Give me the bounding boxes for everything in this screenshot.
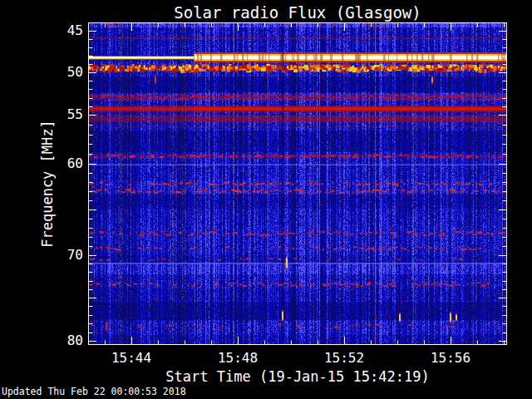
y-tick-label: 45 xyxy=(50,22,83,38)
y-tick-label: 55 xyxy=(50,106,83,122)
y-tick-label: 50 xyxy=(50,64,83,80)
x-tick-label: 15:52 xyxy=(318,350,371,366)
x-tick-label: 15:44 xyxy=(105,350,158,366)
y-tick-label: 70 xyxy=(50,247,83,263)
y-axis-label: Frequency [MHz] xyxy=(39,120,56,248)
x-tick-label: 15:48 xyxy=(211,350,264,366)
y-tick-label: 60 xyxy=(50,155,83,171)
x-tick-label: 15:56 xyxy=(424,350,477,366)
y-tick-label: 80 xyxy=(50,332,83,348)
solar-radio-flux-window: Solar radio Flux (Glasgow) Frequency [MH… xyxy=(0,0,532,399)
chart-title: Solar radio Flux (Glasgow) xyxy=(88,3,507,22)
x-axis-label: Start Time (19-Jan-15 15:42:19) xyxy=(88,368,507,385)
spectrogram-canvas xyxy=(88,22,507,345)
updated-timestamp: Updated Thu Feb 22 00:00:53 2018 xyxy=(2,386,186,397)
